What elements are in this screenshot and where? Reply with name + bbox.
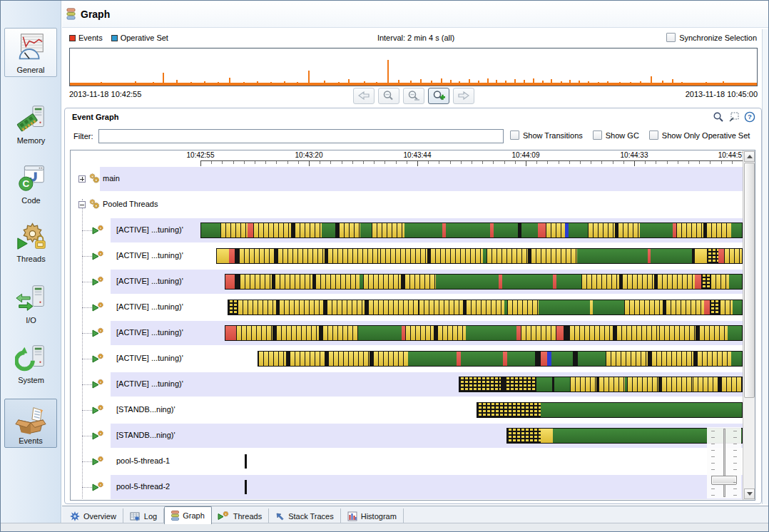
thread-row[interactable]: [STANDB...ning)' [71,397,743,423]
tree-connector [82,333,92,334]
event-segment [606,352,648,366]
tab-label: Graph [183,511,205,520]
event-tick[interactable] [245,454,247,469]
tab-threads[interactable]: Threads [211,508,269,524]
checkbox-icon[interactable] [510,131,519,140]
sidebar-item-memory[interactable]: Memory [1,102,61,145]
sidebar-item-threads[interactable]: Threads [1,220,61,263]
tab-log[interactable]: Log [123,508,164,524]
checkbox-icon[interactable] [593,131,602,140]
vertical-scrollbar[interactable] [743,150,755,500]
event-segment [573,352,579,366]
event-segment [502,275,553,289]
tab-stack-traces[interactable]: Stack Traces [269,508,341,524]
sidebar-item-system[interactable]: System [1,342,61,384]
event-segment [363,275,401,289]
zoom-in-button[interactable] [428,88,449,104]
event-spike [478,81,479,86]
event-bar[interactable] [228,300,743,315]
event-segment [235,249,240,263]
sidebar-item-events[interactable]: Events [4,399,57,448]
event-segment [697,352,732,366]
page-title: Graph [81,9,110,20]
event-segment [507,429,541,443]
help-icon[interactable]: ? [744,111,755,123]
event-spike [487,78,489,86]
thread-group-row[interactable]: main [71,166,743,192]
checkbox-icon[interactable] [666,33,676,42]
forward-button[interactable] [453,88,474,104]
event-bar[interactable] [216,248,743,264]
thread-icon [92,302,105,312]
thread-row[interactable]: [ACTIVE] ...tuning)' [71,346,743,372]
event-bar[interactable] [200,222,743,238]
sidebar-item-code[interactable]: CCode [1,162,61,205]
checkbox-label: Show GC [606,131,639,140]
sidebar-item-io[interactable]: I/O [1,282,61,324]
event-bar[interactable] [258,351,743,367]
thread-row[interactable]: [ACTIVE] ...tuning)' [71,295,743,320]
event-segment [710,300,719,314]
filter-input[interactable] [98,129,504,143]
slider-track[interactable] [723,429,725,497]
event-segment [327,300,365,314]
zoom-nav-toolbar [69,88,758,104]
thread-row[interactable]: pool-5-thread-1 [71,449,743,474]
overview-timeline-chart[interactable] [69,48,758,86]
collapse-icon[interactable] [78,201,86,208]
thread-row[interactable]: pool-5-thread-2 [71,474,743,500]
event-bar[interactable] [225,274,743,290]
event-segment [235,275,240,289]
event-segment [461,352,503,366]
event-spike [284,81,285,86]
tree-connector [82,487,92,488]
thread-row[interactable]: [ACTIVE] ...tuning)' [71,243,743,269]
checkbox-show-transitions[interactable]: Show Transitions [510,131,583,140]
event-bar[interactable] [459,377,743,392]
thread-row[interactable]: [ACTIVE] ...tuning)' [71,372,743,397]
event-spike [441,78,442,86]
thread-row[interactable]: [ACTIVE] ...tuning)' [71,218,743,243]
tab-graph[interactable]: Graph [164,506,212,524]
thread-row[interactable]: [ACTIVE] ...tuning)' [71,320,743,346]
event-segment [358,326,401,340]
checkbox-show-only-operative-set[interactable]: Show Only Operative Set [649,131,750,140]
event-segment [554,377,570,392]
tab-histogram[interactable]: Histogram [341,508,404,524]
expand-icon[interactable] [78,175,86,183]
checkbox-icon[interactable] [649,131,658,140]
sidebar-item-general[interactable]: General [4,28,57,77]
thread-row-label: [ACTIVE] ...tuning)' [116,277,183,285]
back-button[interactable] [353,88,375,104]
scroll-down-button[interactable] [744,488,755,499]
thread-row-label: [ACTIVE] ...tuning)' [116,354,183,362]
graph-tab-icon [171,511,179,521]
thread-row-label: [ACTIVE] ...tuning)' [116,328,183,337]
row-highlight [100,193,743,217]
tab-overview[interactable]: Overview [63,508,123,524]
event-bar[interactable] [477,402,743,418]
thread-row[interactable]: [ACTIVE] ...tuning)' [71,269,743,295]
event-spike [706,82,707,86]
general-icon [14,31,47,64]
thread-row-label: [STANDB...ning)' [116,431,175,439]
zoom-out-button[interactable] [378,88,399,104]
synchronize-selection-checkbox[interactable]: Synchronize Selection [666,33,757,42]
thread-row-label: pool-5-thread-1 [116,456,170,465]
event-segment [624,300,662,314]
zoom-slider[interactable] [707,427,741,498]
magnifier-icon[interactable] [713,111,724,123]
svg-text:C: C [22,178,29,189]
thread-icon [92,430,105,441]
thread-group-row[interactable]: Pooled Threads [71,192,743,218]
select-region-icon[interactable] [728,111,740,123]
checkbox-show-gc[interactable]: Show GC [593,131,639,140]
thread-row[interactable]: [STANDB...ning)' [71,423,743,449]
down-arrow-icon [747,492,753,496]
scrollbar-thumb[interactable] [744,163,755,398]
event-segment [521,326,556,340]
scroll-up-button[interactable] [744,151,755,162]
event-tick[interactable] [245,480,247,494]
zoom-reset-button[interactable] [403,88,424,104]
event-bar[interactable] [225,325,743,341]
